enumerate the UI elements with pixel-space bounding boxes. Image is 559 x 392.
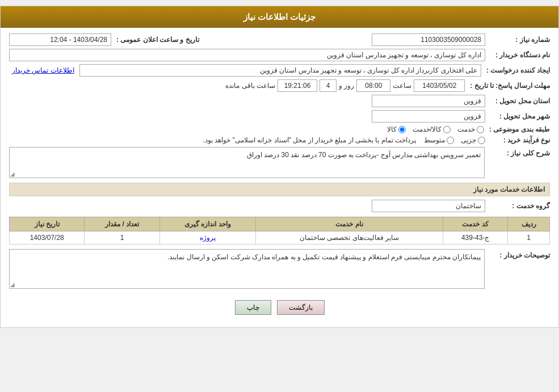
- deadline-remaining: 19:21:06: [278, 79, 317, 92]
- deadline-label: مهلت ارسال پاسخ: تا تاریخ :: [467, 82, 550, 90]
- cell-unit[interactable]: پروژه: [159, 231, 256, 245]
- cell-date: 1403/07/28: [10, 231, 85, 245]
- col-name: نام خدمت: [256, 217, 443, 231]
- back-button[interactable]: بازگشت: [277, 300, 325, 315]
- province-row: استان محل تحویل : قزوین: [9, 95, 550, 107]
- purchase-type-label: نوع فرآیند خرید :: [487, 136, 550, 144]
- announce-date-label: تاریخ و ساعت اعلان عمومی :: [114, 36, 199, 44]
- service-group-row: گروه خدمت : ساختمان: [9, 200, 550, 212]
- buyer-org-label: نام دستگاه خریدار :: [487, 51, 550, 59]
- services-section-header: اطلاعات خدمات مورد نیاز: [9, 183, 550, 196]
- deadline-time-label: ساعت: [393, 82, 411, 90]
- purchase-type-label-jozi: جزیی: [461, 136, 476, 144]
- page-header: جزئیات اطلاعات نیاز: [1, 6, 558, 28]
- deadline-day-label: روز و: [339, 82, 354, 90]
- cell-row: 1: [508, 231, 550, 245]
- purchase-type-mota[interactable]: متوسط: [424, 136, 454, 144]
- page-title: جزئیات اطلاعات نیاز: [243, 12, 316, 22]
- deadline-date: 1403/05/02: [414, 79, 465, 92]
- cell-code: ج-43-439: [443, 231, 508, 245]
- deadline-time: 08:00: [356, 79, 390, 92]
- category-radio-kala-khadamat[interactable]: [443, 126, 451, 133]
- need-number-label: شماره نیاز :: [487, 36, 550, 44]
- buyer-org-value: اداره کل توسازی ، توسعه و تجهیز مدارس اس…: [9, 49, 485, 61]
- city-label: شهر محل تحویل :: [487, 112, 550, 120]
- creator-label: ایجاد کننده درخواست :: [484, 66, 550, 74]
- col-unit: واحد اندازه گیری: [159, 217, 256, 231]
- purchase-type-radio-mota[interactable]: [447, 137, 454, 144]
- buyer-notes-value: پیمانکاران محترم میبایستی فرم استعلام و …: [9, 249, 485, 289]
- cell-name: سایر فعالیت‌های تخصصی ساختمان: [256, 231, 443, 245]
- services-table: ردیف کد خدمت نام خدمت واحد اندازه گیری ت…: [9, 217, 550, 245]
- notes-resize-icon: ◢: [10, 281, 15, 288]
- category-radio-kala[interactable]: [398, 126, 406, 133]
- category-label: طبقه بندی موضوعی :: [486, 125, 550, 133]
- province-value: قزوین: [372, 95, 485, 107]
- purchase-type-radio-jozi[interactable]: [478, 137, 485, 144]
- col-quantity: تعداد / مقدار: [85, 217, 159, 231]
- contact-link[interactable]: اطلاعات تماس خریدار: [9, 66, 77, 74]
- purchase-type-note: پرداخت تمام یا بخشی از مبلغ خریدار از مح…: [203, 136, 416, 144]
- creator-value: علی افتخاری کاربرداز اداره کل توسازی ، ت…: [79, 64, 481, 77]
- deadline-remaining-label: ساعت باقی مانده: [225, 82, 275, 90]
- category-label-khadamat: خدمت: [457, 125, 475, 133]
- need-number-row: شماره نیاز : 1103003509000028 تاریخ و سا…: [9, 33, 550, 46]
- purchase-type-jozi[interactable]: جزیی: [461, 136, 485, 144]
- print-button[interactable]: چاپ: [235, 300, 271, 315]
- resize-icon: ◢: [10, 171, 15, 177]
- category-radio-group: خدمت کالا/خدمت کالا: [387, 125, 484, 133]
- category-option-khadamat[interactable]: خدمت: [457, 125, 484, 133]
- cell-quantity: 1: [85, 231, 159, 245]
- col-date: تاریخ نیاز: [10, 217, 85, 231]
- need-description-value: تعمیر سرویس بهداشتی مدارس آوج -پرداخت به…: [9, 147, 485, 178]
- col-code: کد خدمت: [443, 217, 508, 231]
- services-table-section: ردیف کد خدمت نام خدمت واحد اندازه گیری ت…: [9, 217, 550, 245]
- category-label-kala: کالا: [387, 125, 397, 133]
- buyer-org-row: نام دستگاه خریدار : اداره کل توسازی ، تو…: [9, 49, 550, 61]
- creator-row: ایجاد کننده درخواست : علی افتخاری کاربرد…: [9, 64, 550, 77]
- service-group-value: ساختمان: [372, 200, 485, 212]
- service-group-label: گروه خدمت :: [487, 202, 550, 210]
- purchase-type-label-mota: متوسط: [424, 136, 445, 144]
- purchase-type-row: نوع فرآیند خرید : جزیی متوسط پرداخت تمام…: [9, 136, 550, 144]
- buyer-notes-label: توصیحات خریدار :: [487, 249, 550, 259]
- table-row: 1 ج-43-439 سایر فعالیت‌های تخصصی ساختمان…: [10, 231, 550, 245]
- buyer-notes-section: توصیحات خریدار : پیمانکاران محترم میبایس…: [9, 249, 550, 289]
- footer-buttons: بازگشت چاپ: [9, 293, 550, 322]
- category-option-kala[interactable]: کالا: [387, 125, 406, 133]
- city-row: شهر محل تحویل : قزوین: [9, 110, 550, 123]
- category-radio-khadamat[interactable]: [477, 126, 484, 133]
- deadline-day: 4: [320, 79, 337, 92]
- need-description-section: شرح کلی نیاز : تعمیر سرویس بهداشتی مدارس…: [9, 147, 550, 178]
- city-value: قزوین: [372, 110, 485, 123]
- category-label-kala-khadamat: کالا/خدمت: [413, 125, 442, 133]
- category-row: طبقه بندی موضوعی : خدمت کالا/خدمت کالا: [9, 125, 550, 133]
- announce-date-value: 1403/04/28 - 12:04: [9, 33, 111, 46]
- purchase-type-radio-group: جزیی متوسط: [424, 136, 485, 144]
- col-row: ردیف: [508, 217, 550, 231]
- deadline-row: مهلت ارسال پاسخ: تا تاریخ : 1403/05/02 س…: [9, 79, 550, 92]
- category-option-kala-khadamat[interactable]: کالا/خدمت: [413, 125, 451, 133]
- need-description-label: شرح کلی نیاز :: [487, 147, 550, 157]
- province-label: استان محل تحویل :: [487, 97, 550, 105]
- need-number-value: 1103003509000028: [372, 33, 485, 46]
